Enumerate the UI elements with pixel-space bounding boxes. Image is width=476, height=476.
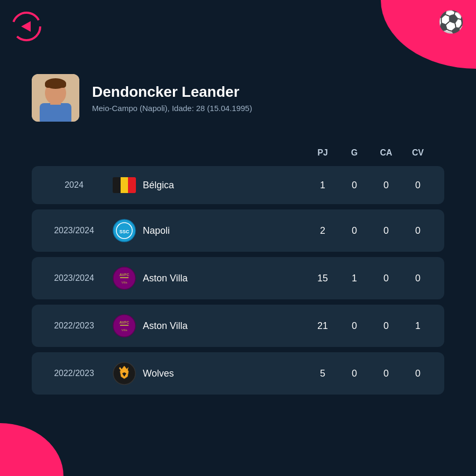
row-pj: 21: [307, 321, 338, 332]
row-cv: 0: [402, 225, 434, 236]
player-info: Dendoncker Leander Meio-Campo (Napoli), …: [92, 84, 252, 113]
row-ca: 0: [370, 321, 402, 332]
svg-text:Villa: Villa: [121, 328, 127, 332]
row-badge: AVFC Villa: [106, 314, 143, 337]
row-season: 2023/2024: [42, 273, 106, 283]
row-cv: 1: [402, 321, 434, 332]
aston-villa-badge-icon-2: AVFC Villa: [113, 314, 136, 337]
row-pj: 1: [307, 180, 338, 191]
row-season: 2022/2023: [42, 321, 106, 331]
row-ca: 0: [370, 180, 402, 191]
row-cv: 0: [402, 273, 434, 284]
row-team: Aston Villa: [143, 273, 307, 284]
header-ca: CA: [370, 148, 402, 158]
table-header: PJ G CA CV: [32, 148, 444, 164]
table-row: 2023/2024 SSC Napoli 2 0 0 0: [32, 209, 444, 252]
soccer-ball-icon: ⚽: [438, 10, 464, 34]
row-team: Napoli: [143, 225, 307, 236]
svg-rect-6: [45, 81, 66, 88]
row-cv: 0: [402, 180, 434, 191]
top-left-decoration: [0, 0, 63, 53]
table-row: 2022/2023 AVFC Villa Aston Villa 21 0 0 …: [32, 305, 444, 347]
player-section: Dendoncker Leander Meio-Campo (Napoli), …: [32, 74, 444, 122]
svg-rect-12: [120, 277, 129, 278]
wolves-badge-icon: [113, 362, 136, 385]
svg-text:AVFC: AVFC: [120, 321, 130, 324]
svg-rect-16: [120, 325, 129, 326]
header-pj: PJ: [307, 148, 338, 158]
row-g: 0: [338, 321, 370, 332]
row-team: Bélgica: [143, 180, 307, 191]
row-cv: 0: [402, 368, 434, 379]
row-g: 1: [338, 273, 370, 284]
row-badge: AVFC Villa: [106, 267, 143, 290]
svg-text:SSC: SSC: [120, 229, 130, 234]
row-ca: 0: [370, 273, 402, 284]
row-season: 2024: [42, 180, 106, 190]
top-right-decoration: ⚽: [381, 0, 476, 69]
player-avatar: [32, 74, 79, 122]
row-badge: [106, 362, 143, 385]
svg-text:AVFC: AVFC: [120, 273, 130, 277]
table-row: 2024 Bélgica 1 0 0 0: [32, 166, 444, 204]
bottom-left-decoration: [0, 423, 63, 476]
napoli-badge-icon: SSC: [113, 219, 136, 242]
table-row: 2023/2024 AVFC Villa Aston Villa 15 1 0 …: [32, 257, 444, 299]
player-name: Dendoncker Leander: [92, 84, 252, 100]
svg-rect-2: [40, 103, 71, 122]
stats-table: PJ G CA CV 2024 Bélgica 1 0 0 0 2023/202…: [32, 148, 444, 400]
svg-text:Villa: Villa: [121, 281, 127, 284]
row-pj: 15: [307, 273, 338, 284]
row-g: 0: [338, 180, 370, 191]
header-cv: CV: [402, 148, 434, 158]
row-season: 2022/2023: [42, 369, 106, 378]
row-badge: [106, 177, 143, 193]
row-pj: 2: [307, 225, 338, 236]
row-ca: 0: [370, 368, 402, 379]
row-season: 2023/2024: [42, 226, 106, 235]
row-badge: SSC: [106, 219, 143, 242]
row-team: Wolves: [143, 368, 307, 379]
row-g: 0: [338, 225, 370, 236]
header-g: G: [338, 148, 370, 158]
row-team: Aston Villa: [143, 321, 307, 332]
app-logo: [11, 11, 42, 42]
row-pj: 5: [307, 368, 338, 379]
table-row: 2022/2023 Wolves 5 0 0 0: [32, 352, 444, 395]
aston-villa-badge-icon: AVFC Villa: [113, 267, 136, 290]
row-g: 0: [338, 368, 370, 379]
row-ca: 0: [370, 225, 402, 236]
player-subtitle: Meio-Campo (Napoli), Idade: 28 (15.04.19…: [92, 104, 252, 113]
